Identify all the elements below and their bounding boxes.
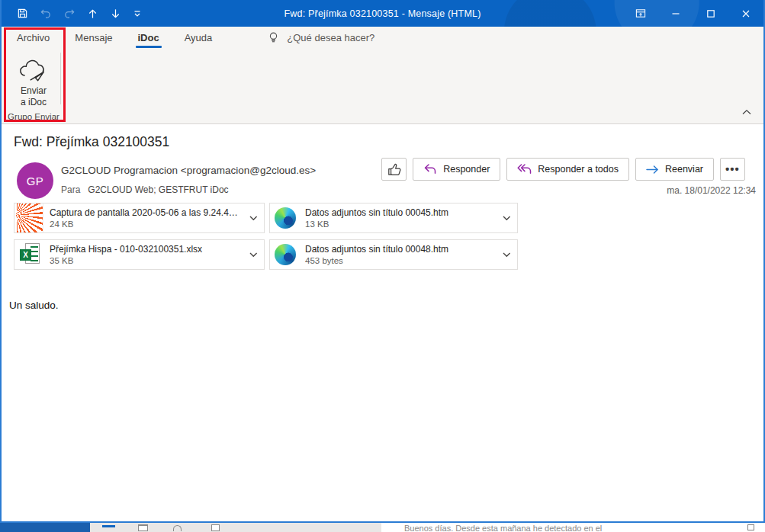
reply-label: Responder [443,164,490,175]
tell-me-label: ¿Qué desea hacer? [287,32,374,43]
reply-all-label: Responder a todos [538,164,619,175]
recipients[interactable]: G2CLOUD Web; GESTFRUT iDoc [88,184,228,195]
message-body: Un saludo. [9,300,59,311]
background-window-sliver: Buenos días. Desde esta mañana he detect… [0,523,765,532]
undo-icon[interactable] [40,8,52,19]
ribbon: Archivo Mensaje iDoc Ayuda ¿Qué desea ha… [2,27,763,124]
attachment-name: Datos adjuntos sin título 00048.htm [305,244,496,255]
tasks-icon[interactable] [211,524,220,531]
ribbon-tabs: Archivo Mensaje iDoc Ayuda ¿Qué desea ha… [2,27,763,49]
reading-pane: Fwd: Přejímka 032100351 Responder [2,124,763,521]
reply-all-button[interactable]: Responder a todos [506,158,629,181]
collapse-ribbon-icon[interactable] [742,104,751,118]
redo-icon[interactable] [63,8,76,19]
sender-avatar[interactable]: GP [17,162,53,199]
nav-selected-indicator [102,525,115,527]
background-preview-text: Buenos días. Desde esta mañana he detect… [404,524,602,532]
attachment-name: Datos adjuntos sin título 00045.htm [305,207,496,218]
people-icon[interactable] [173,525,182,531]
forward-label: Reenviar [665,164,703,175]
like-button[interactable] [381,158,407,181]
maximize-button[interactable] [693,0,728,27]
tab-ayuda[interactable]: Ayuda [183,27,214,49]
title-bar: Fwd: Přejímka 032100351 - Mensaje (HTML) [2,0,763,27]
response-toolbar: Responder Responder a todos Reenviar ••• [381,158,745,181]
save-icon[interactable] [17,8,28,19]
attachment-size: 13 KB [305,220,496,229]
reply-icon [423,164,437,175]
attachment-chip[interactable]: Datos adjuntos sin título 00045.htm 13 K… [269,203,518,233]
excel-file-icon: X [14,240,45,269]
forward-button[interactable]: Reenviar [635,158,714,181]
reply-button[interactable]: Responder [413,158,500,181]
edge-browser-icon [270,204,301,232]
attachment-size: 453 bytes [305,256,496,265]
button-label-line2: a iDoc [11,97,56,108]
reply-all-icon [517,164,532,175]
attachment-dropdown-icon[interactable] [243,216,264,221]
ribbon-group-enviar: Enviar a iDoc Grupo Enviar [2,49,763,123]
minimize-button[interactable] [658,0,693,27]
forward-icon [646,165,659,175]
recipients-line: Para G2CLOUD Web; GESTFRUT iDoc [61,184,229,195]
tab-archivo[interactable]: Archivo [15,27,51,49]
tab-idoc[interactable]: iDoc [137,27,161,49]
attachment-name: Přejímka Hispa - 010-032100351.xlsx [50,244,243,255]
attachments-list: Captura de pantalla 2020-05-06 a las 9.2… [14,203,523,270]
message-window: Fwd: Přejímka 032100351 - Mensaje (HTML) [0,0,765,523]
more-actions-button[interactable]: ••• [720,158,745,181]
edge-browser-icon [270,240,301,269]
image-thumbnail-icon [14,204,45,232]
attachment-size: 35 KB [50,256,243,265]
move-down-icon[interactable] [110,8,121,20]
move-up-icon[interactable] [87,8,98,20]
attachment-size: 24 KB [50,220,243,229]
attachment-dropdown-icon[interactable] [496,216,517,221]
tell-me-box[interactable]: ¿Qué desea hacer? [268,31,374,44]
close-button[interactable] [728,0,763,27]
thumbs-up-icon [387,162,401,176]
group-separator [60,53,61,104]
message-date: ma. 18/01/2022 12:34 [667,185,756,196]
screen: Fwd: Přejímka 032100351 - Mensaje (HTML) [0,0,765,532]
tab-mensaje[interactable]: Mensaje [73,27,114,49]
message-subject: Fwd: Přejímka 032100351 [14,134,169,150]
attachment-dropdown-icon[interactable] [243,252,264,258]
lightbulb-icon [268,31,279,44]
calendar-icon[interactable] [138,524,148,531]
window-title: Fwd: Přejímka 032100351 - Mensaje (HTML) [284,8,481,19]
attachment-name: Captura de pantalla 2020-05-06 a las 9.2… [50,207,243,218]
ribbon-display-options-icon[interactable] [623,0,658,27]
attachment-chip[interactable]: X Přejímka Hispa - 010-032100351.xlsx 35… [14,239,265,270]
to-label: Para [61,184,80,195]
button-label-line1: Enviar [11,85,56,97]
background-nav-bar [0,523,90,532]
cloud-send-icon [17,56,50,82]
quick-access-toolbar [2,8,142,20]
ellipsis-icon: ••• [725,165,740,173]
group-label: Grupo Enviar [2,112,66,121]
attachment-chip[interactable]: Captura de pantalla 2020-05-06 a las 9.2… [14,203,265,233]
customize-qat-icon[interactable] [133,9,142,18]
attachment-dropdown-icon[interactable] [496,252,517,258]
window-controls [623,0,763,27]
background-reading-pane: Buenos días. Desde esta mañana he detect… [381,523,765,532]
enviar-a-idoc-button[interactable]: Enviar a iDoc [11,56,56,108]
background-window-icon [747,524,754,530]
attachment-chip[interactable]: Datos adjuntos sin título 00048.htm 453 … [269,239,518,270]
sender-name[interactable]: G2CLOUD Programacion <programacion@g2clo… [61,165,316,176]
